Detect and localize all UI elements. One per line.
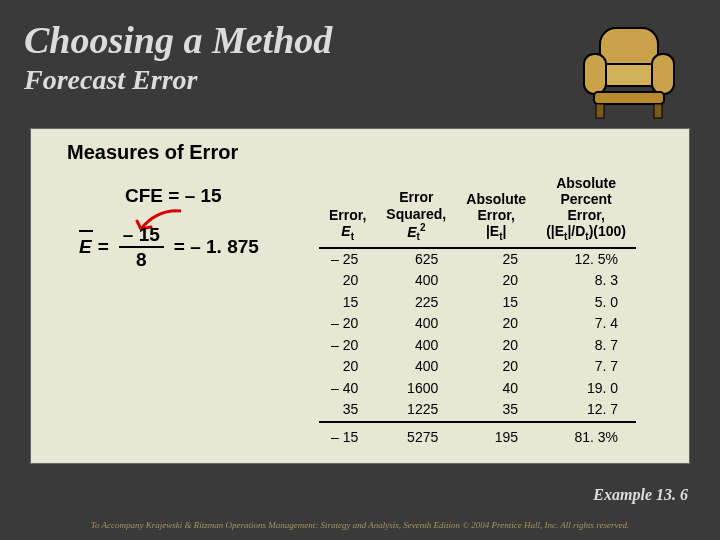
table-row: 3512253512. 7	[319, 399, 636, 422]
content-panel: Measures of Error CFE = – 15 E = – 15 8 …	[30, 128, 690, 464]
cfe-equation: CFE = – 15	[125, 185, 222, 207]
svg-rect-5	[596, 104, 604, 118]
ebar-result: = – 1. 875	[174, 236, 259, 258]
col-header-squared: Error Squared, Et2	[376, 175, 456, 248]
measures-heading: Measures of Error	[31, 129, 689, 164]
table-body: – 256252512. 5% 20400208. 3 15225155. 0 …	[319, 248, 636, 453]
table-row: – 20400208. 7	[319, 335, 636, 357]
equals-sign: =	[98, 236, 109, 258]
ebar-symbol: E	[79, 236, 92, 258]
svg-rect-4	[594, 92, 664, 104]
col-header-ape: Absolute Percent Error, (|Et|/Dt)(100)	[536, 175, 636, 248]
col-header-error: Error, Et	[319, 175, 376, 248]
table-row: 20400207. 7	[319, 356, 636, 378]
fraction: – 15 8	[119, 225, 164, 269]
table-totals-row: – 15527519581. 3%	[319, 422, 636, 453]
svg-rect-6	[654, 104, 662, 118]
table-row: 20400208. 3	[319, 270, 636, 292]
example-label: Example 13. 6	[593, 486, 688, 504]
svg-rect-2	[584, 54, 606, 94]
svg-rect-3	[652, 54, 674, 94]
armchair-icon	[574, 22, 684, 122]
error-table: Error, Et Error Squared, Et2 Absolute Er…	[319, 175, 636, 452]
fraction-numerator: – 15	[119, 225, 164, 248]
table-row: 15225155. 0	[319, 292, 636, 314]
table-row: – 256252512. 5%	[319, 248, 636, 271]
table-row: – 20400207. 4	[319, 313, 636, 335]
svg-rect-1	[602, 64, 656, 86]
fraction-denominator: 8	[132, 248, 151, 269]
footer-copyright: To Accompany Krajewski & Ritzman Operati…	[0, 520, 720, 530]
ebar-equation: E = – 15 8 = – 1. 875	[79, 225, 259, 269]
table-row: – 4016004019. 0	[319, 378, 636, 400]
col-header-absolute: Absolute Error, |Et|	[456, 175, 536, 248]
